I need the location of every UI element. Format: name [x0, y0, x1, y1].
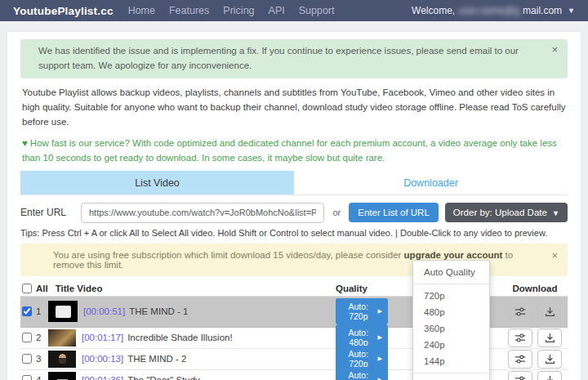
video-duration: [00:01:36]	[82, 375, 123, 380]
brand-logo[interactable]: YoutubePlaylist.cc	[13, 5, 114, 17]
video-title: The "Door" Study	[127, 375, 200, 380]
enter-list-of-url-button[interactable]: Enter List of URL	[349, 203, 439, 222]
nav-links: Home Features Pricing API Support	[128, 5, 335, 16]
row-checkbox[interactable]	[22, 306, 32, 316]
quality-dropdown-button[interactable]: Auto: 480p▶	[336, 367, 388, 380]
info-alert-text: We has identified the issue and is imple…	[38, 46, 519, 70]
main-card: We has identified the issue and is imple…	[7, 31, 581, 380]
nav-item-support[interactable]: Support	[299, 5, 335, 16]
row-number: 3	[36, 354, 46, 364]
account-email-domain: mail.com	[523, 5, 562, 16]
row-number: 4	[36, 375, 46, 380]
account-menu[interactable]: Welcome, user.name@gmail.com ▼	[412, 5, 575, 16]
video-title: Incredible Shade Illusion!	[127, 333, 233, 342]
warning-text-before: You are using free subscription which li…	[53, 250, 404, 260]
quality-dropdown-menu: Auto Quality 720p 480p 360p 240p 144p MP…	[412, 260, 490, 380]
upgrade-account-link[interactable]: upgrade your account	[404, 250, 503, 260]
video-title: THE MIND - 1	[129, 306, 188, 316]
video-duration: [00:00:13]	[82, 354, 123, 364]
nav-item-pricing[interactable]: Pricing	[223, 5, 254, 16]
header-quality: Quality	[336, 284, 399, 293]
download-button[interactable]	[537, 302, 562, 321]
quality-option-720p[interactable]: 720p	[413, 288, 489, 304]
video-duration: [00:01:17]	[82, 333, 123, 342]
download-options-button[interactable]	[508, 302, 532, 321]
video-thumbnail[interactable]	[48, 301, 78, 322]
quality-option-mp3[interactable]: MP3-320Kbps	[413, 377, 489, 380]
row-checkbox[interactable]	[22, 375, 32, 380]
nav-item-home[interactable]: Home	[128, 5, 155, 16]
row-checkbox[interactable]	[22, 333, 32, 342]
row-checkbox[interactable]	[22, 354, 32, 364]
chevron-down-icon: ▼	[552, 209, 559, 217]
quality-option-auto[interactable]: Auto Quality	[413, 264, 489, 280]
speed-note: ♥How fast is our service? With code opti…	[22, 136, 566, 166]
sliders-icon	[514, 354, 526, 364]
quality-option-480p[interactable]: 480p	[413, 304, 489, 320]
video-duration: [00:00:51]	[83, 306, 125, 316]
download-options-button[interactable]	[508, 329, 532, 347]
quality-dropdown-button[interactable]: Auto: 720p▶	[336, 298, 388, 324]
header-title-video: Title Video	[56, 284, 103, 293]
speed-note-text: How fast is our service? With code optim…	[22, 138, 557, 163]
row-number: 2	[36, 333, 46, 342]
caret-right-icon: ▶	[378, 334, 382, 341]
download-options-button[interactable]	[508, 350, 532, 369]
info-alert: We has identified the issue and is imple…	[20, 39, 568, 78]
caret-right-icon: ▶	[378, 355, 382, 362]
quality-option-144p[interactable]: 144p	[413, 353, 489, 369]
nav-item-api[interactable]: API	[269, 5, 285, 16]
close-icon[interactable]: ×	[551, 250, 558, 261]
download-button[interactable]	[537, 371, 562, 380]
quality-option-240p[interactable]: 240p	[413, 337, 489, 353]
intro-text: Youtube Playlist allows backup videos, p…	[22, 85, 566, 130]
caret-right-icon: ▶	[378, 308, 382, 315]
tab-downloader[interactable]: Downloader	[294, 171, 568, 194]
dropdown-divider	[413, 373, 489, 373]
welcome-label: Welcome,	[412, 5, 455, 16]
video-thumbnail[interactable]	[48, 351, 76, 368]
url-label: Enter URL	[20, 207, 74, 218]
dropdown-divider	[413, 284, 489, 284]
nav-item-features[interactable]: Features	[169, 5, 209, 16]
download-button[interactable]	[537, 329, 562, 347]
row-number: 1	[36, 306, 46, 316]
url-row: Enter URL or Enter List of URL Order by:…	[20, 203, 568, 223]
download-button[interactable]	[537, 350, 562, 369]
download-icon	[545, 333, 555, 343]
download-icon	[545, 354, 555, 364]
download-icon	[545, 375, 555, 380]
sliders-icon	[514, 333, 526, 343]
select-all-checkbox[interactable]	[22, 284, 32, 293]
download-icon	[545, 306, 555, 317]
tab-bar: List Video Downloader	[20, 171, 568, 195]
video-thumbnail[interactable]	[48, 329, 76, 346]
account-email-blurred: user.name@g	[458, 5, 519, 16]
quality-option-360p[interactable]: 360p	[413, 320, 489, 337]
video-thumbnail[interactable]	[48, 372, 76, 380]
or-label: or	[332, 208, 341, 217]
header-all: All	[36, 284, 48, 293]
caret-right-icon: ▶	[378, 377, 382, 380]
heart-icon: ♥	[22, 138, 28, 148]
sliders-icon	[514, 375, 526, 380]
tips-text: Tips: Press Ctrl + A or click All to Sel…	[20, 228, 568, 238]
url-input[interactable]	[81, 203, 324, 223]
order-by-dropdown[interactable]: Order by: Upload Date ▼	[445, 203, 568, 222]
tab-list-video[interactable]: List Video	[20, 171, 294, 194]
header-download: Download	[504, 284, 566, 293]
top-navbar: YoutubePlaylist.cc Home Features Pricing…	[0, 0, 588, 21]
chevron-down-icon: ▼	[568, 7, 575, 15]
download-options-button[interactable]	[508, 371, 532, 380]
video-title: THE MIND - 2	[127, 354, 186, 364]
sliders-icon	[514, 306, 526, 317]
close-icon[interactable]: ×	[551, 44, 558, 55]
